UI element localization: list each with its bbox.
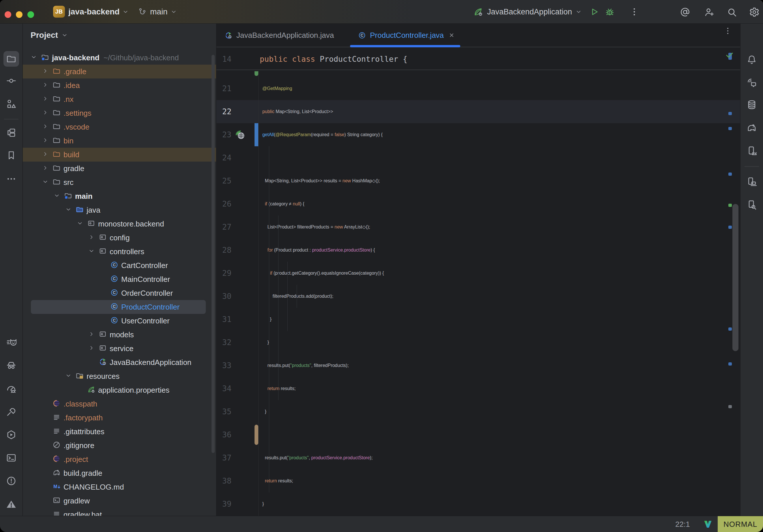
code-line-31[interactable]: 31 } [216, 308, 740, 331]
project-tree-scrollbar[interactable] [212, 55, 215, 453]
chevron-collapsed-icon[interactable] [42, 95, 49, 103]
notifications-icon[interactable] [747, 54, 757, 66]
editor-scrollbar[interactable] [732, 204, 738, 351]
gradle-icon[interactable] [747, 123, 757, 134]
tree-item-service[interactable]: service [23, 342, 216, 356]
project-avatar[interactable]: JB [53, 6, 65, 18]
tree-item-gradlew.bat[interactable]: gradlew.bat [23, 508, 216, 516]
code-line-21[interactable]: 21 @GetMapping [216, 77, 740, 100]
run-configuration-selector[interactable]: JavaBackendApplication [473, 0, 582, 24]
code-line-28[interactable]: 28 for (Product product : productService… [216, 239, 740, 262]
tree-item-CHANGELOG.md[interactable]: MCHANGELOG.md [23, 480, 216, 494]
debug-button[interactable] [605, 7, 615, 17]
code-line-36[interactable]: 36 [216, 423, 740, 446]
device-mirroring-icon[interactable] [747, 176, 757, 188]
tree-item-controllers[interactable]: controllers [23, 245, 216, 259]
tree-item-.factorypath[interactable]: .factorypath [23, 411, 216, 425]
tree-item-.project[interactable]: .project [23, 452, 216, 466]
running-devices-icon[interactable] [747, 146, 757, 157]
services-icon[interactable] [6, 430, 16, 441]
tree-item-.gitattributes[interactable]: .gitattributes [23, 425, 216, 439]
tool-windows-icon[interactable] [6, 128, 16, 139]
search-everywhere-icon[interactable] [727, 7, 737, 17]
tree-item-gradlew[interactable]: gradlew [23, 494, 216, 508]
code-line-30[interactable]: 30 filteredProducts.add(product); [216, 285, 740, 308]
zoom-button[interactable] [27, 11, 34, 18]
chevron-expanded-icon[interactable] [65, 206, 71, 214]
editor-tab-JavaBackendApplication.java[interactable]: JavaBackendApplication.java [216, 24, 350, 47]
ai-assistant-icon[interactable] [747, 77, 757, 89]
code-line-25[interactable]: 25 Map<String, List<Product>> results = … [216, 169, 740, 192]
chevron-collapsed-icon[interactable] [42, 137, 49, 145]
chevron-collapsed-icon[interactable] [42, 82, 49, 89]
commit-icon[interactable] [6, 75, 16, 87]
chevron-collapsed-icon[interactable] [42, 109, 49, 117]
code-line-26[interactable]: 26 if (category ≠ null) { [216, 192, 740, 216]
tree-item-.idea[interactable]: .idea [23, 78, 216, 92]
problems-icon[interactable] [6, 476, 16, 487]
bookmarks-icon[interactable] [6, 150, 16, 161]
chevron-collapsed-icon[interactable] [88, 345, 95, 352]
code-line-22[interactable]: 22 public Map<String, List<Product>> [216, 100, 740, 123]
chevron-collapsed-icon[interactable] [88, 331, 95, 338]
database-icon[interactable] [747, 100, 757, 111]
close-button[interactable] [5, 11, 11, 18]
code-line-23[interactable]: 23 getAll(@RequestParam(required = false… [216, 123, 740, 146]
tree-item-gradle[interactable]: gradle [23, 161, 216, 175]
ai-assistant-icon[interactable] [680, 7, 690, 17]
incognito-icon[interactable] [6, 360, 16, 372]
code-line-39[interactable]: 39 } [216, 492, 740, 516]
tree-item-resources[interactable]: resources [23, 369, 216, 383]
tree-item-build.gradle[interactable]: build.gradle [23, 466, 216, 480]
tree-item-ProductController[interactable]: CProductController [23, 300, 216, 314]
more-actions-button[interactable] [629, 7, 639, 17]
terminal-icon[interactable] [6, 453, 16, 464]
editor-tab-ProductController.java[interactable]: CProductController.java [350, 24, 460, 47]
chevron-expanded-icon[interactable] [77, 220, 83, 228]
tree-item-.nx[interactable]: .nx [23, 92, 216, 106]
tree-item-JavaBackendApplication[interactable]: JavaBackendApplication [23, 356, 216, 369]
tree-item-java-backend[interactable]: java-backend~/Github/java-backend [23, 51, 216, 64]
layout-inspector-icon[interactable] [747, 200, 757, 211]
code-line-38[interactable]: 38 return results; [216, 470, 740, 492]
build-icon[interactable] [6, 406, 16, 418]
run-button[interactable] [589, 7, 599, 17]
chevron-collapsed-icon[interactable] [88, 234, 95, 242]
tree-item-.gitignore[interactable]: .gitignore [23, 439, 216, 452]
tree-item-CartController[interactable]: CCartController [23, 259, 216, 272]
tree-item-bin[interactable]: bin [23, 134, 216, 148]
tree-item-src[interactable]: src [23, 175, 216, 189]
chevron-expanded-icon[interactable] [88, 248, 95, 255]
tree-item-application.properties[interactable]: application.properties [23, 383, 216, 397]
tab-options-kebab-icon[interactable] [723, 27, 732, 35]
github-copilot-icon[interactable] [6, 337, 16, 349]
spring-endpoint-icon[interactable] [235, 130, 245, 140]
more-tools-icon[interactable] [6, 174, 16, 185]
code-with-me-icon[interactable] [704, 7, 714, 17]
minimize-button[interactable] [16, 11, 23, 18]
code-line-34[interactable]: 34 return results; [216, 377, 740, 400]
tree-item-.settings[interactable]: .settings [23, 106, 216, 120]
warnings-icon[interactable] [6, 499, 16, 511]
chevron-expanded-icon[interactable] [31, 54, 37, 61]
tree-item-monostore.backend[interactable]: monostore.backend [23, 217, 216, 231]
chevron-collapsed-icon[interactable] [42, 68, 49, 75]
branch-selector[interactable]: main [138, 0, 177, 24]
vim-mode-badge[interactable]: NORMAL [718, 516, 763, 532]
project-folder-icon[interactable] [3, 51, 19, 67]
code-line-37[interactable]: 37 results.put("products", productServic… [216, 446, 740, 470]
code-line-35[interactable]: 35 } [216, 400, 740, 423]
profiler-icon[interactable] [6, 383, 16, 395]
project-panel-header[interactable]: Project [31, 30, 68, 41]
tree-item-.vscode[interactable]: .vscode [23, 120, 216, 134]
code-line-33[interactable]: 33 results.put("products", filteredProdu… [216, 354, 740, 377]
chevron-expanded-icon[interactable] [65, 372, 71, 380]
settings-icon[interactable] [749, 7, 760, 17]
structure-icon[interactable] [6, 99, 16, 110]
project-selector[interactable]: java-backend [68, 0, 129, 24]
code-line-27[interactable]: 27 List<Product> filteredProducts = new … [216, 216, 740, 239]
close-tab-icon[interactable] [448, 32, 455, 38]
tree-item-main[interactable]: main [23, 189, 216, 203]
code-line-24[interactable]: 24 [216, 146, 740, 169]
chevron-expanded-icon[interactable] [54, 192, 60, 200]
